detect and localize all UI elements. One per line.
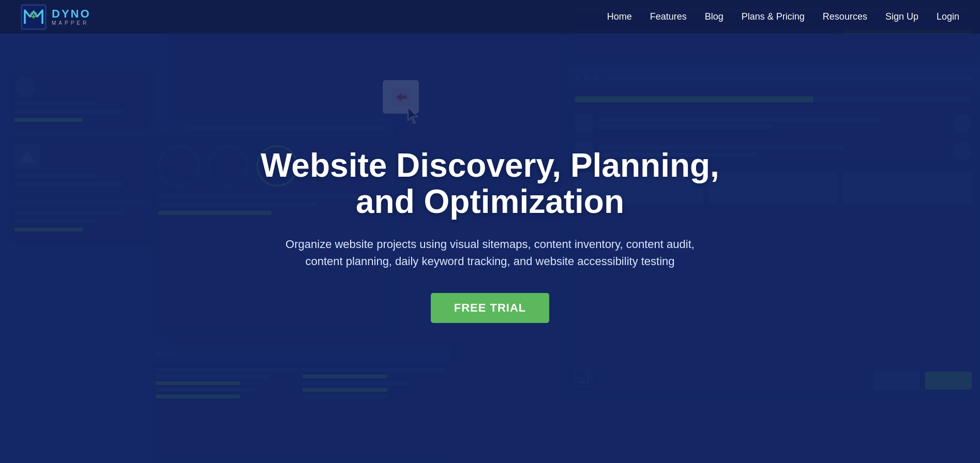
logo-icon bbox=[21, 4, 47, 30]
navbar: DYNO MAPPER Home Features Blog Plans & P… bbox=[0, 0, 980, 34]
logo-area[interactable]: DYNO MAPPER bbox=[21, 4, 91, 30]
nav-login[interactable]: Login bbox=[937, 11, 959, 22]
hero-subtitle: Organize website projects using visual s… bbox=[258, 236, 723, 270]
nav-plans-pricing[interactable]: Plans & Pricing bbox=[742, 11, 805, 22]
free-trial-button[interactable]: FREE TRIAL bbox=[431, 293, 550, 323]
nav-links: Home Features Blog Plans & Pricing Resou… bbox=[607, 11, 959, 22]
nav-home[interactable]: Home bbox=[607, 11, 632, 22]
hero-section: Website Discovery, Planning, and Optimiz… bbox=[258, 147, 723, 323]
nav-features[interactable]: Features bbox=[650, 11, 687, 22]
hero-title-line1: Website Discovery, Planning, bbox=[261, 147, 719, 184]
hero-title: Website Discovery, Planning, and Optimiz… bbox=[258, 147, 723, 220]
nav-blog[interactable]: Blog bbox=[705, 11, 723, 22]
nav-resources[interactable]: Resources bbox=[823, 11, 867, 22]
hero-title-line2: and Optimization bbox=[356, 183, 624, 220]
nav-signup[interactable]: Sign Up bbox=[885, 11, 918, 22]
